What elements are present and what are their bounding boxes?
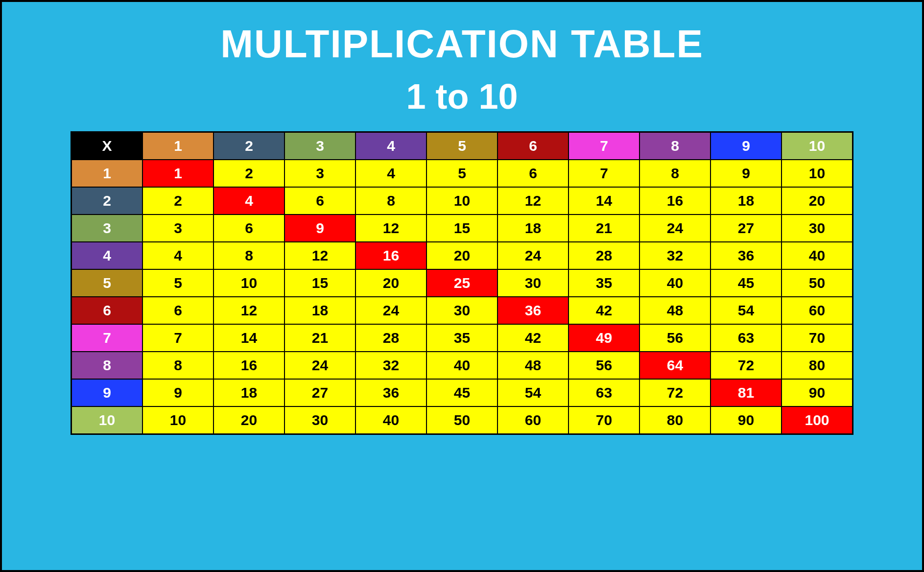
cell-8x1: 8 — [142, 352, 213, 379]
cell-5x9: 45 — [711, 269, 782, 297]
cell-6x7: 42 — [569, 297, 640, 324]
cell-6x3: 18 — [284, 297, 355, 324]
cell-1x10: 10 — [782, 160, 853, 187]
cell-1x9: 9 — [711, 160, 782, 187]
cell-10x2: 20 — [213, 406, 284, 434]
cell-2x7: 14 — [569, 187, 640, 214]
cell-8x7: 56 — [569, 352, 640, 379]
cell-9x9: 81 — [711, 379, 782, 406]
cell-2x6: 12 — [498, 187, 569, 214]
cell-3x2: 6 — [213, 214, 284, 242]
cell-2x2: 4 — [213, 187, 284, 214]
cell-10x5: 50 — [426, 406, 498, 434]
cell-6x10: 60 — [782, 297, 853, 324]
cell-5x2: 10 — [213, 269, 284, 297]
cell-8x8: 64 — [640, 352, 711, 379]
cell-8x9: 72 — [711, 352, 782, 379]
cell-8x2: 16 — [213, 352, 284, 379]
cell-10x1: 10 — [142, 406, 213, 434]
cell-7x2: 14 — [213, 324, 284, 352]
row-header-4: 4 — [71, 242, 142, 269]
cell-3x1: 3 — [142, 214, 213, 242]
col-header-5: 5 — [426, 132, 498, 160]
col-header-4: 4 — [355, 132, 426, 160]
cell-9x3: 27 — [284, 379, 355, 406]
col-header-10: 10 — [782, 132, 853, 160]
cell-7x3: 21 — [284, 324, 355, 352]
cell-9x10: 90 — [782, 379, 853, 406]
cell-1x6: 6 — [498, 160, 569, 187]
multiplication-table: X123456789101123456789102246810121416182… — [71, 131, 853, 435]
cell-10x10: 100 — [782, 406, 853, 434]
cell-1x7: 7 — [569, 160, 640, 187]
cell-1x3: 3 — [284, 160, 355, 187]
cell-2x10: 20 — [782, 187, 853, 214]
cell-7x10: 70 — [782, 324, 853, 352]
cell-5x7: 35 — [569, 269, 640, 297]
cell-4x6: 24 — [498, 242, 569, 269]
cell-4x2: 8 — [213, 242, 284, 269]
cell-7x1: 7 — [142, 324, 213, 352]
row-header-1: 1 — [71, 160, 142, 187]
cell-5x8: 40 — [640, 269, 711, 297]
row-header-5: 5 — [71, 269, 142, 297]
cell-3x4: 12 — [355, 214, 426, 242]
cell-9x2: 18 — [213, 379, 284, 406]
cell-3x5: 15 — [426, 214, 498, 242]
cell-6x8: 48 — [640, 297, 711, 324]
cell-4x8: 32 — [640, 242, 711, 269]
cell-6x9: 54 — [711, 297, 782, 324]
cell-9x8: 72 — [640, 379, 711, 406]
cell-4x3: 12 — [284, 242, 355, 269]
col-header-1: 1 — [142, 132, 213, 160]
cell-8x6: 48 — [498, 352, 569, 379]
cell-8x3: 24 — [284, 352, 355, 379]
cell-7x6: 42 — [498, 324, 569, 352]
cell-9x6: 54 — [498, 379, 569, 406]
cell-3x9: 27 — [711, 214, 782, 242]
cell-1x4: 4 — [355, 160, 426, 187]
cell-3x10: 30 — [782, 214, 853, 242]
cell-4x10: 40 — [782, 242, 853, 269]
cell-2x1: 2 — [142, 187, 213, 214]
cell-9x7: 63 — [569, 379, 640, 406]
cell-5x6: 30 — [498, 269, 569, 297]
cell-6x4: 24 — [355, 297, 426, 324]
page-subtitle: 1 to 10 — [220, 76, 704, 117]
col-header-8: 8 — [640, 132, 711, 160]
col-header-7: 7 — [569, 132, 640, 160]
corner-cell: X — [71, 132, 142, 160]
cell-1x2: 2 — [213, 160, 284, 187]
cell-8x4: 32 — [355, 352, 426, 379]
row-header-7: 7 — [71, 324, 142, 352]
row-header-6: 6 — [71, 297, 142, 324]
cell-5x3: 15 — [284, 269, 355, 297]
row-header-3: 3 — [71, 214, 142, 242]
cell-8x10: 80 — [782, 352, 853, 379]
cell-4x5: 20 — [426, 242, 498, 269]
cell-9x5: 45 — [426, 379, 498, 406]
cell-4x1: 4 — [142, 242, 213, 269]
cell-7x9: 63 — [711, 324, 782, 352]
col-header-6: 6 — [498, 132, 569, 160]
cell-2x4: 8 — [355, 187, 426, 214]
cell-2x9: 18 — [711, 187, 782, 214]
cell-7x5: 35 — [426, 324, 498, 352]
cell-10x6: 60 — [498, 406, 569, 434]
title-block: MULTIPLICATION TABLE 1 to 10 — [220, 17, 704, 131]
cell-2x3: 6 — [284, 187, 355, 214]
cell-6x1: 6 — [142, 297, 213, 324]
cell-2x5: 10 — [426, 187, 498, 214]
row-header-10: 10 — [71, 406, 142, 434]
cell-7x8: 56 — [640, 324, 711, 352]
cell-3x6: 18 — [498, 214, 569, 242]
cell-3x7: 21 — [569, 214, 640, 242]
cell-7x4: 28 — [355, 324, 426, 352]
cell-3x3: 9 — [284, 214, 355, 242]
col-header-9: 9 — [711, 132, 782, 160]
cell-10x7: 70 — [569, 406, 640, 434]
cell-2x8: 16 — [640, 187, 711, 214]
cell-10x3: 30 — [284, 406, 355, 434]
cell-6x5: 30 — [426, 297, 498, 324]
cell-9x4: 36 — [355, 379, 426, 406]
